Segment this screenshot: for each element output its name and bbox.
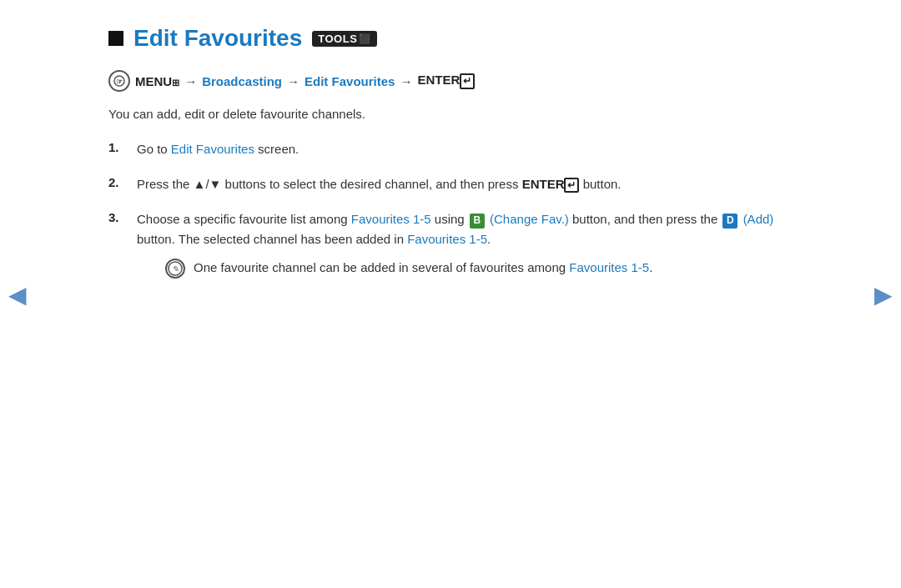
step-3-text: Choose a specific favourite list among F… <box>137 209 793 279</box>
step-3-link1: Favourites 1-5 <box>351 212 431 226</box>
nav-edit-favourites: Edit Favourites <box>305 74 395 88</box>
page-title: Edit Favourites <box>133 25 302 52</box>
step-1-link: Edit Favourites <box>171 142 254 156</box>
svg-text:☞: ☞ <box>116 78 123 86</box>
step-1-number: 1. <box>108 139 125 154</box>
step-2: 2. Press the ▲/▼ buttons to select the d… <box>108 174 793 194</box>
note-icon: ✎ <box>165 259 185 279</box>
note-link: Favourites 1-5 <box>569 260 649 274</box>
nav-arrow-1: → <box>184 74 197 88</box>
tools-icon: ⬛ <box>359 33 371 44</box>
intro-text: You can add, edit or delete favourite ch… <box>108 107 793 121</box>
note-text: One favourite channel can be added in se… <box>194 258 652 278</box>
black-square-icon <box>108 31 123 46</box>
tools-badge: TOOLS⬛ <box>312 31 377 47</box>
nav-broadcasting: Broadcasting <box>202 74 282 88</box>
nav-enter: ENTER↵ <box>417 73 475 88</box>
main-content: Edit Favourites TOOLS⬛ ☞ MENU⊞ → Broadca… <box>42 0 859 319</box>
nav-arrow-3: → <box>400 74 412 88</box>
step-3-change-fav: (Change Fav.) <box>490 212 569 226</box>
step-3: 3. Choose a specific favourite list amon… <box>108 209 793 279</box>
step-3-number: 3. <box>108 209 125 224</box>
step-1-text: Go to Edit Favourites screen. <box>137 139 299 159</box>
next-page-arrow[interactable]: ▶ <box>874 280 893 308</box>
steps-list: 1. Go to Edit Favourites screen. 2. Pres… <box>108 139 793 279</box>
step-2-number: 2. <box>108 174 125 189</box>
step-3-link2: Favourites 1-5 <box>407 232 487 246</box>
step-3-add: (Add) <box>743 212 774 226</box>
tools-label: TOOLS <box>318 33 357 45</box>
btn-blue-d: D <box>722 214 737 229</box>
note-block: ✎ One favourite channel can be added in … <box>165 258 793 279</box>
prev-page-arrow[interactable]: ◀ <box>8 280 27 308</box>
btn-green-b: B <box>470 214 485 229</box>
step-2-enter: ENTER↵ <box>522 177 580 191</box>
step-1: 1. Go to Edit Favourites screen. <box>108 139 793 159</box>
title-row: Edit Favourites TOOLS⬛ <box>108 25 793 52</box>
menu-icon: ☞ <box>108 70 130 92</box>
svg-text:✎: ✎ <box>172 264 179 274</box>
nav-breadcrumb: ☞ MENU⊞ → Broadcasting → Edit Favourites… <box>108 70 793 92</box>
menu-label: MENU⊞ <box>135 74 179 88</box>
nav-arrow-2: → <box>287 74 299 88</box>
step-2-text: Press the ▲/▼ buttons to select the desi… <box>137 174 622 194</box>
